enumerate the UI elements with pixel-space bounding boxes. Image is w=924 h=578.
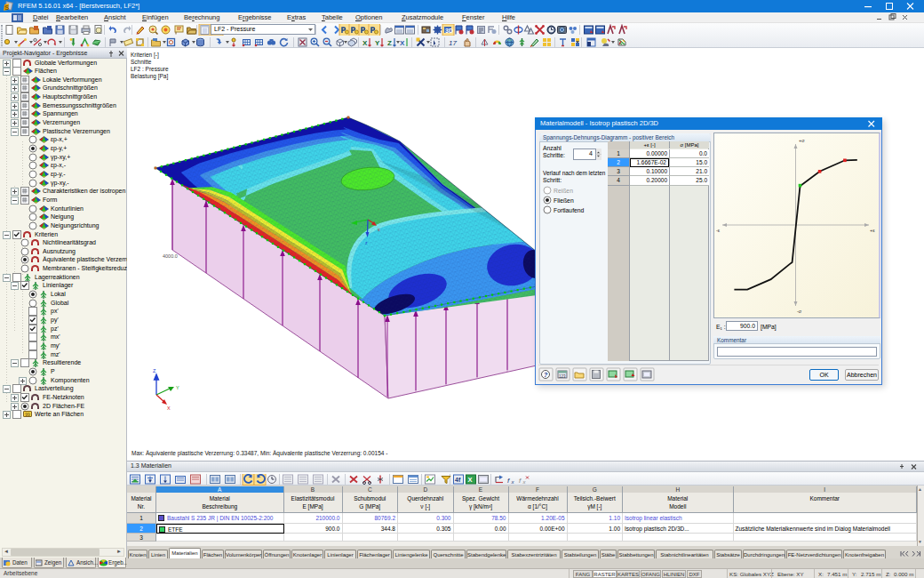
svg-text:3D: 3D bbox=[445, 28, 453, 34]
svg-text:17: 17 bbox=[449, 39, 457, 47]
svg-text:+σ: +σ bbox=[799, 138, 805, 143]
svg-text:X: X bbox=[362, 39, 368, 47]
svg-text:Z: Z bbox=[387, 39, 392, 47]
svg-text:X: X bbox=[167, 405, 171, 411]
svg-text:X: X bbox=[400, 39, 405, 47]
svg-text:S: S bbox=[4, 4, 10, 12]
svg-text:x: x bbox=[522, 479, 527, 485]
svg-text:f: f bbox=[507, 477, 510, 485]
svg-text:Y: Y bbox=[375, 39, 380, 47]
svg-text:4f: 4f bbox=[455, 477, 461, 483]
svg-text:-ε: -ε bbox=[716, 228, 721, 233]
svg-text:+ε: +ε bbox=[870, 228, 875, 233]
svg-text:X: X bbox=[468, 476, 473, 484]
svg-text:x: x bbox=[511, 479, 515, 485]
svg-text:f: f bbox=[519, 477, 522, 485]
svg-text:4000.0: 4000.0 bbox=[163, 253, 178, 259]
svg-text:-σ: -σ bbox=[797, 309, 802, 314]
svg-text:Z: Z bbox=[153, 368, 156, 373]
svg-text:Y: Y bbox=[176, 385, 179, 390]
